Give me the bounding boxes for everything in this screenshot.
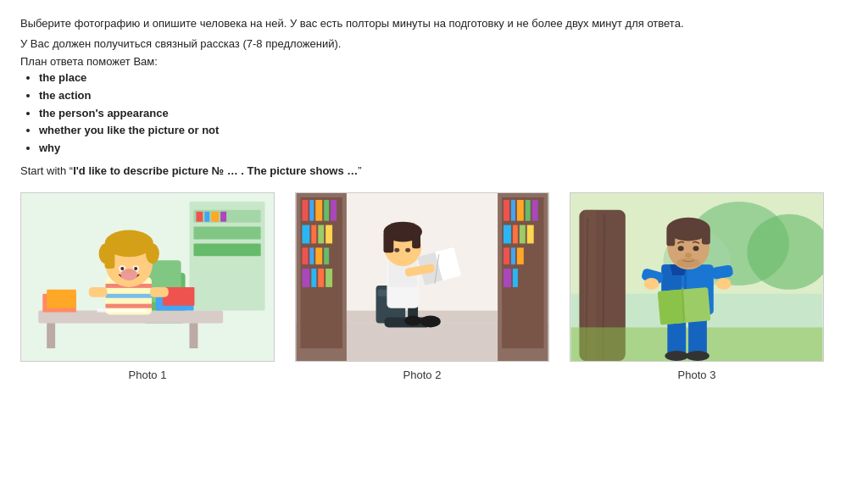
photo-frame-3[interactable] (570, 192, 824, 362)
svg-rect-65 (504, 225, 511, 244)
bullet-item-4: whether you like the picture or not (39, 122, 848, 140)
svg-rect-66 (513, 225, 518, 244)
svg-rect-85 (383, 232, 393, 253)
photo-block-1[interactable]: Photo 1 (20, 192, 275, 381)
instruction-line2: У Вас должен получиться связный рассказ … (20, 36, 848, 53)
svg-rect-70 (511, 247, 515, 264)
svg-rect-6 (204, 212, 209, 222)
svg-rect-8 (220, 212, 226, 222)
svg-rect-57 (326, 269, 332, 287)
svg-rect-52 (315, 247, 322, 264)
svg-rect-27 (120, 240, 128, 247)
photo-block-3[interactable]: Photo 3 (570, 192, 824, 381)
svg-rect-68 (527, 225, 534, 244)
svg-rect-45 (331, 200, 337, 221)
bullet-item-1: the place (39, 69, 848, 87)
svg-rect-43 (315, 200, 322, 221)
svg-rect-12 (47, 323, 55, 348)
svg-point-28 (99, 243, 113, 263)
svg-rect-41 (302, 200, 308, 221)
svg-rect-54 (302, 269, 309, 287)
svg-rect-13 (190, 323, 198, 348)
svg-rect-15 (47, 290, 76, 308)
svg-rect-62 (517, 200, 524, 221)
bullet-item-5: why (39, 140, 848, 158)
svg-point-121 (676, 258, 700, 268)
svg-rect-44 (324, 200, 329, 221)
svg-point-79 (420, 316, 441, 328)
svg-rect-60 (504, 200, 509, 221)
photo-frame-2[interactable] (295, 192, 549, 362)
bullet-item-3: the person's appearance (39, 105, 848, 123)
svg-rect-67 (520, 225, 526, 244)
svg-rect-115 (658, 289, 686, 324)
svg-rect-7 (211, 212, 219, 222)
svg-point-123 (693, 246, 699, 251)
svg-rect-4 (193, 243, 260, 256)
svg-point-105 (665, 351, 688, 361)
svg-rect-23 (150, 287, 169, 297)
svg-rect-36 (97, 309, 147, 313)
svg-rect-46 (302, 225, 309, 244)
svg-rect-53 (324, 247, 329, 264)
photo-label-3: Photo 3 (678, 369, 716, 381)
photo2-scene (296, 193, 548, 361)
svg-rect-2 (193, 210, 260, 223)
svg-point-33 (134, 267, 137, 270)
svg-rect-51 (309, 247, 314, 264)
svg-point-124 (685, 252, 692, 258)
svg-point-122 (678, 246, 684, 251)
instruction-block: Выберите фотографию и опишите человека н… (20, 15, 848, 177)
plan-label: План ответа поможет Вам: (20, 55, 848, 68)
svg-rect-120 (702, 230, 710, 245)
photos-row: Photo 1 (20, 192, 848, 381)
svg-rect-69 (504, 247, 509, 264)
svg-rect-64 (532, 200, 538, 221)
start-text: Start with “I'd like to describe picture… (20, 164, 848, 177)
svg-point-106 (686, 351, 709, 361)
svg-rect-20 (106, 294, 152, 298)
svg-point-87 (394, 248, 399, 252)
svg-rect-5 (196, 212, 203, 222)
photo-label-1: Photo 1 (129, 369, 167, 381)
svg-rect-119 (666, 230, 675, 247)
svg-rect-42 (309, 200, 314, 221)
svg-rect-49 (326, 225, 332, 244)
svg-rect-86 (412, 232, 420, 249)
svg-point-32 (120, 267, 124, 270)
photo3-scene (570, 193, 823, 361)
svg-rect-55 (311, 269, 316, 287)
svg-point-88 (405, 248, 410, 252)
svg-point-112 (644, 278, 659, 290)
svg-rect-61 (511, 200, 515, 221)
svg-rect-21 (106, 304, 152, 308)
photo1-scene (21, 193, 274, 361)
svg-rect-22 (89, 287, 108, 297)
photo-block-2[interactable]: Photo 2 (295, 192, 549, 381)
svg-point-113 (716, 278, 732, 290)
svg-rect-63 (526, 200, 531, 221)
bullet-item-2: the action (39, 87, 848, 105)
photo-frame-1[interactable] (20, 192, 275, 362)
svg-rect-48 (318, 225, 324, 244)
svg-rect-47 (311, 225, 316, 244)
svg-rect-50 (302, 247, 308, 264)
svg-rect-71 (517, 247, 524, 264)
bullet-list: the place the action the person's appear… (20, 69, 848, 158)
svg-point-35 (126, 269, 131, 273)
svg-point-80 (404, 316, 421, 326)
photo-label-2: Photo 2 (403, 369, 442, 381)
svg-point-29 (146, 243, 159, 263)
svg-rect-72 (504, 269, 511, 287)
svg-rect-73 (513, 269, 518, 287)
svg-rect-3 (193, 227, 260, 240)
svg-rect-56 (318, 269, 324, 287)
instruction-line1: Выберите фотографию и опишите человека н… (20, 15, 848, 32)
